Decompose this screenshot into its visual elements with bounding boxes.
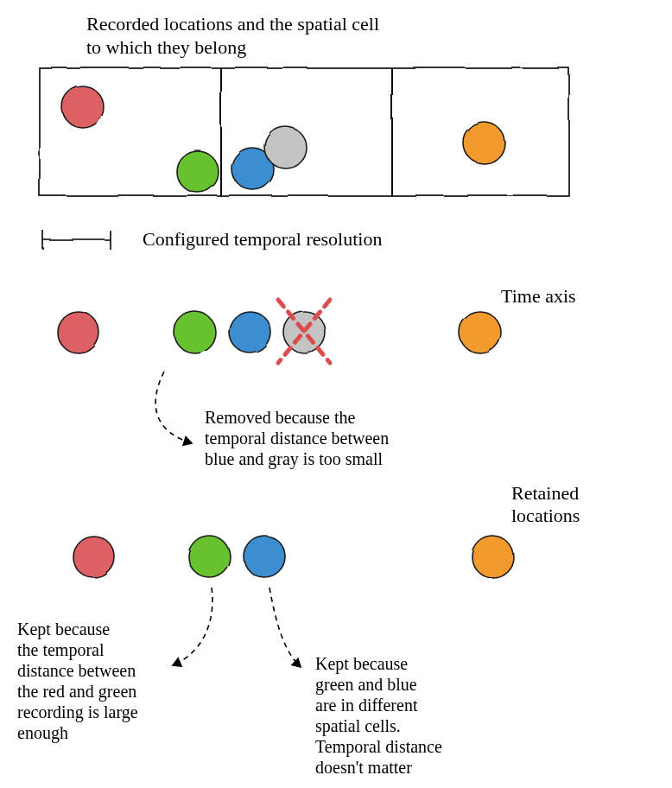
removed-annot-l1: Removed because the [205, 408, 355, 427]
kept-green-l5: recording is large [17, 702, 138, 722]
removed-annot-l2: temporal distance between [205, 429, 389, 448]
removed-annot-l3: blue and gray is too small [205, 449, 384, 469]
cell-orange-location [463, 122, 504, 163]
time-axis-label: Time axis [501, 285, 576, 307]
t2-red [73, 536, 114, 577]
cell-green-location [176, 150, 218, 192]
kept-green-l3: distance between [17, 661, 136, 680]
t2-green [188, 536, 230, 577]
diagram-root: Recorded locations and the spatial cell … [0, 0, 672, 788]
t2-orange [472, 536, 513, 577]
title-line-1: Recorded locations and the spatial cell [86, 13, 379, 35]
temporal-resolution [42, 230, 110, 249]
arrow-to-kept-green [173, 588, 212, 665]
kept-blue-l3: are in different [315, 696, 418, 715]
kept-blue-l6: doesn't matter [315, 758, 412, 777]
kept-blue-l5: Temporal distance [315, 737, 442, 757]
retained-label-l1: Retained [511, 482, 579, 504]
t1-green [174, 311, 215, 353]
t1-orange [459, 311, 500, 353]
kept-blue-l1: Kept because [315, 654, 408, 674]
t1-red [57, 311, 98, 353]
title-line-2: to which they belong [86, 36, 246, 58]
kept-green-annotation: Kept because the temporal distance betwe… [17, 620, 138, 743]
t1-blue [229, 311, 270, 353]
arrow-to-kept-blue [269, 588, 301, 667]
kept-blue-l4: spatial cells. [315, 716, 401, 736]
cell-red-location [61, 86, 103, 127]
cell-locations [61, 86, 504, 192]
kept-green-l4: the red and green [17, 682, 136, 702]
kept-green-l6: enough [17, 723, 68, 743]
temporal-resolution-label: Configured temporal resolution [143, 228, 382, 250]
kept-green-l2: the temporal [17, 640, 105, 660]
kept-blue-annotation: Kept because green and blue are in diffe… [315, 654, 442, 777]
arrow-to-removed-annot [155, 372, 192, 443]
t2-blue [244, 536, 285, 577]
cell-gray-location [264, 126, 306, 168]
kept-blue-l2: green and blue [315, 675, 417, 695]
kept-green-l1: Kept because [17, 620, 110, 639]
retained-label-l2: locations [511, 505, 580, 526]
removed-annotation: Removed because the temporal distance be… [205, 408, 389, 469]
